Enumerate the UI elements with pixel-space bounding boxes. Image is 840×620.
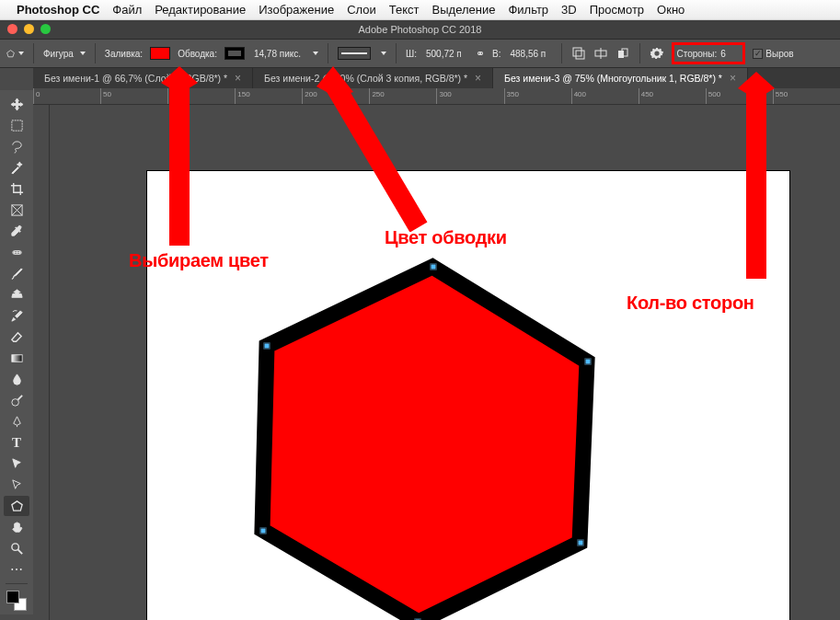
magic-wand-tool[interactable] (4, 157, 29, 178)
svg-point-12 (13, 251, 15, 253)
frame-tool[interactable] (4, 200, 29, 220)
path-alignment-icon[interactable] (593, 46, 608, 61)
tab-label: Без имени-2 @ 70% (Слой 3 копия, RGB/8*)… (264, 73, 467, 84)
edit-toolbar-icon[interactable]: ⋯ (4, 559, 29, 580)
menu-window[interactable]: Окно (657, 3, 685, 17)
stroke-color-swatch[interactable] (224, 47, 245, 60)
shape-mode-dropdown[interactable]: Фигура (43, 49, 86, 59)
menu-layers[interactable]: Слои (347, 3, 376, 17)
blur-tool[interactable] (4, 369, 29, 389)
brush-tool[interactable] (4, 263, 29, 283)
type-tool[interactable]: T (4, 432, 29, 453)
window-titlebar: Adobe Photoshop CC 2018 (0, 20, 840, 39)
foreground-color-swatch[interactable] (6, 591, 19, 603)
history-brush-tool[interactable] (4, 305, 29, 326)
menu-filter[interactable]: Фильтр (508, 3, 548, 17)
stroke-label: Обводка: (178, 49, 217, 59)
transform-handle[interactable] (431, 264, 437, 270)
menu-file[interactable]: Файл (112, 3, 142, 17)
link-width-height-icon[interactable]: ⚭ (476, 47, 485, 60)
dodge-tool[interactable] (4, 390, 29, 410)
fill-color-swatch[interactable] (150, 47, 170, 60)
document-tabs: Без имени-1 @ 66,7% (Слой 1, RGB/8*) *× … (33, 68, 840, 88)
svg-marker-21 (262, 267, 587, 620)
path-arrangement-icon[interactable] (616, 46, 630, 61)
polygon-shape[interactable] (221, 256, 607, 620)
menu-edit[interactable]: Редактирование (155, 3, 246, 17)
transform-handle[interactable] (577, 539, 583, 545)
marquee-tool[interactable] (4, 115, 29, 135)
width-field[interactable]: 500,72 п (424, 49, 468, 59)
menu-image[interactable]: Изображение (259, 3, 334, 17)
horizontal-ruler[interactable]: 0 50 100 150 200 250 300 350 400 450 500… (33, 88, 840, 105)
annotation-label-sides: Кол-во сторон (627, 293, 754, 314)
svg-rect-15 (11, 354, 21, 362)
path-operations-icon[interactable] (571, 46, 586, 61)
stroke-width-field[interactable]: 14,78 пикс. (252, 49, 303, 59)
tab-label: Без имени-3 @ 75% (Многоугольник 1, RGB/… (504, 73, 722, 84)
direct-selection-tool[interactable] (4, 475, 29, 495)
svg-rect-7 (11, 120, 21, 130)
close-icon[interactable]: × (475, 72, 481, 85)
foreground-background-color[interactable] (6, 591, 27, 611)
tools-panel: T ⋯ (0, 90, 33, 614)
zoom-tool[interactable] (4, 538, 29, 558)
svg-line-20 (17, 549, 22, 554)
svg-point-16 (11, 398, 18, 406)
app-name[interactable]: Photoshop CC (17, 3, 99, 17)
annotation-label-fill: Выбираем цвет (129, 250, 269, 271)
vertical-ruler[interactable] (33, 105, 50, 620)
crop-tool[interactable] (4, 178, 29, 199)
fill-label: Заливка: (105, 49, 143, 59)
close-icon[interactable]: × (235, 72, 241, 85)
minimize-button[interactable] (24, 24, 34, 34)
eyedropper-tool[interactable] (4, 221, 29, 241)
transform-handle[interactable] (260, 528, 267, 534)
menu-3d[interactable]: 3D (561, 3, 577, 17)
sides-label: Стороны: (676, 49, 717, 59)
svg-rect-1 (573, 48, 581, 56)
tab-doc-1[interactable]: Без имени-1 @ 66,7% (Слой 1, RGB/8*) *× (33, 68, 253, 88)
polygon-shape-icon[interactable] (6, 44, 24, 63)
svg-rect-5 (618, 51, 624, 58)
svg-point-19 (11, 543, 18, 550)
svg-line-17 (17, 395, 22, 399)
eraser-tool[interactable] (4, 327, 29, 347)
tab-doc-3[interactable]: Без имени-3 @ 75% (Многоугольник 1, RGB/… (493, 68, 748, 88)
svg-point-13 (16, 251, 17, 253)
menu-select[interactable]: Выделение (432, 3, 496, 17)
traffic-lights (7, 24, 51, 34)
transform-handle[interactable] (585, 358, 592, 364)
path-selection-tool[interactable] (4, 454, 29, 474)
clone-stamp-tool[interactable] (4, 284, 29, 304)
gear-icon[interactable] (650, 46, 664, 61)
align-edges-checkbox[interactable]: ✓ Выров (753, 49, 793, 59)
menu-view[interactable]: Просмотр (590, 3, 644, 17)
svg-point-14 (18, 251, 20, 253)
stroke-style-dropdown[interactable] (338, 47, 371, 60)
close-icon[interactable]: × (730, 72, 736, 85)
lasso-tool[interactable] (4, 136, 29, 156)
mac-menubar: Photoshop CC Файл Редактирование Изображ… (0, 0, 840, 20)
close-button[interactable] (7, 24, 17, 34)
width-label: Ш: (406, 49, 417, 59)
menu-text[interactable]: Текст (389, 3, 420, 17)
svg-rect-2 (576, 51, 584, 59)
transform-handle[interactable] (264, 343, 270, 350)
tab-doc-2[interactable]: Без имени-2 @ 70% (Слой 3 копия, RGB/8*)… (253, 68, 493, 88)
annotation-label-stroke: Цвет обводки (385, 227, 507, 248)
svg-marker-0 (7, 50, 15, 56)
svg-marker-18 (11, 500, 21, 510)
window-title: Adobe Photoshop CC 2018 (359, 24, 482, 35)
height-field[interactable]: 488,56 п (508, 49, 552, 59)
move-tool[interactable] (4, 94, 29, 114)
height-label: В: (492, 49, 501, 59)
healing-brush-tool[interactable] (4, 242, 29, 262)
sides-field[interactable]: 6 (720, 49, 741, 59)
gradient-tool[interactable] (4, 348, 29, 368)
maximize-button[interactable] (40, 24, 51, 34)
options-bar: Фигура Заливка: Обводка: 14,78 пикс. Ш: … (0, 39, 840, 68)
pen-tool[interactable] (4, 411, 29, 431)
hand-tool[interactable] (4, 517, 29, 537)
shape-tool[interactable] (4, 496, 29, 516)
